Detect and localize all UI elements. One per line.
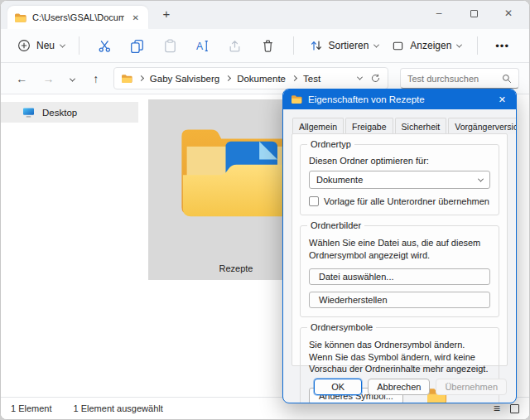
- breadcrumb-item-user[interactable]: Gaby Salvisberg: [150, 74, 219, 84]
- clipboard-icon: [163, 39, 177, 53]
- rename-icon: A: [195, 39, 210, 53]
- scissors-icon: [98, 39, 112, 53]
- search-placeholder: Test durchsuchen: [407, 74, 479, 84]
- delete-button[interactable]: [251, 39, 283, 53]
- group-label: Ordnersymbole: [307, 322, 376, 332]
- explorer-tab[interactable]: C:\Users\GSAL\Documents\Te ✕: [7, 6, 148, 29]
- tab-sicherheit[interactable]: Sicherheit: [395, 118, 447, 134]
- ok-button[interactable]: OK: [314, 379, 362, 395]
- svg-text:A: A: [197, 41, 205, 52]
- search-icon: [502, 74, 512, 84]
- folder-pictures-description: Wählen Sie eine Datei aus, die auf diese…: [309, 237, 490, 262]
- selected-option: Dokumente: [316, 175, 363, 185]
- tab-close-icon[interactable]: ✕: [130, 13, 142, 22]
- up-button[interactable]: ↑: [84, 72, 106, 85]
- forward-button[interactable]: →: [37, 72, 59, 85]
- view-button[interactable]: Anzeigen: [385, 36, 468, 56]
- folder-icons-description: Sie können das Ordnersymbol ändern. Wenn…: [309, 339, 490, 376]
- breadcrumb-item-documents[interactable]: Dokumente: [237, 74, 286, 84]
- view-button-label: Anzeigen: [410, 40, 451, 51]
- minimize-button[interactable]: –: [422, 1, 456, 26]
- folder-item-label: Rezepte: [219, 263, 253, 273]
- copy-icon: [130, 39, 144, 53]
- share-button[interactable]: [219, 39, 251, 53]
- sidebar-item-label: Desktop: [42, 108, 77, 118]
- trash-icon: [261, 39, 275, 53]
- toolbar-separator: [79, 36, 80, 55]
- group-label: Ordnertyp: [307, 139, 354, 149]
- dialog-tab-page: Ordnertyp Diesen Ordner optimieren für: …: [292, 133, 508, 366]
- optimize-label: Diesen Ordner optimieren für:: [309, 156, 490, 166]
- selected-count: 1 Element ausgewählt: [74, 403, 163, 413]
- folder-icon: [291, 94, 302, 104]
- dialog-title: Eigenschaften von Rezepte: [308, 94, 425, 104]
- search-input[interactable]: Test durchsuchen: [400, 68, 519, 89]
- chevron-down-icon: [373, 41, 379, 47]
- back-button[interactable]: ←: [11, 72, 32, 85]
- folder-icon: [14, 12, 26, 23]
- dialog-close-button[interactable]: ✕: [496, 94, 508, 105]
- tab-title: C:\Users\GSAL\Documents\Te: [32, 12, 124, 22]
- copy-button[interactable]: [121, 39, 153, 53]
- toolbar-separator: [477, 36, 478, 55]
- close-button[interactable]: ✕: [491, 1, 526, 26]
- new-button[interactable]: Neu: [12, 35, 70, 56]
- checkbox-label: Vorlage für alle Unterordner übernehmen: [324, 196, 489, 206]
- sidebar-item-desktop[interactable]: Desktop: [1, 102, 138, 123]
- restore-button[interactable]: Wiederherstellen: [309, 292, 490, 308]
- optimize-for-select[interactable]: Dokumente: [309, 171, 490, 189]
- folder-icon: [121, 74, 132, 84]
- chevron-down-icon: [456, 41, 462, 47]
- plus-circle-icon: [17, 39, 31, 52]
- rename-button[interactable]: A: [186, 39, 219, 53]
- explorer-window: C:\Users\GSAL\Documents\Te ✕ + – ✕ Neu: [0, 0, 530, 420]
- tab-allgemein[interactable]: Allgemein: [292, 118, 344, 134]
- details-view-icon[interactable]: ≡: [494, 402, 500, 415]
- choose-file-button[interactable]: Datei auswählen...: [309, 268, 490, 285]
- breadcrumb-item-test[interactable]: Test: [303, 74, 320, 84]
- see-more-button[interactable]: •••: [487, 40, 518, 52]
- chevron-down-icon: [60, 41, 65, 47]
- dialog-footer: OK Abbrechen Übernehmen: [314, 379, 507, 395]
- tab-strip: C:\Users\GSAL\Documents\Te ✕ + – ✕: [1, 1, 529, 29]
- recent-locations-button[interactable]: [65, 73, 80, 84]
- tab-vorgaengerversionen[interactable]: Vorgängerversionen: [448, 118, 517, 134]
- view-icon: [392, 40, 404, 52]
- refresh-icon[interactable]: [370, 73, 381, 84]
- sort-button[interactable]: Sortieren: [303, 35, 386, 56]
- dialog-tab-bar: Allgemein Freigabe Sicherheit Vorgängerv…: [292, 116, 517, 134]
- navigation-pane: Desktop: [1, 95, 138, 397]
- toolbar-separator: [293, 36, 294, 55]
- group-label: Ordnerbilder: [307, 220, 364, 230]
- chevron-right-icon: [225, 75, 231, 81]
- maximize-icon: [470, 10, 478, 17]
- share-icon: [228, 39, 242, 53]
- properties-dialog: Eigenschaften von Rezepte ✕ Allgemein Fr…: [282, 89, 517, 403]
- large-icons-view-icon[interactable]: [510, 404, 519, 413]
- tab-freigabe[interactable]: Freigabe: [345, 118, 393, 134]
- cut-button[interactable]: [89, 39, 121, 53]
- item-count: 1 Element: [11, 403, 52, 413]
- chevron-down-icon: [478, 176, 484, 181]
- group-ordnertyp: Ordnertyp Diesen Ordner optimieren für: …: [300, 144, 499, 215]
- chevron-right-icon: [292, 75, 297, 81]
- apply-button[interactable]: Übernehmen: [436, 379, 507, 395]
- group-ordnerbilder: Ordnerbilder Wählen Sie eine Datei aus, …: [300, 225, 499, 317]
- checkbox[interactable]: [309, 196, 319, 206]
- sort-icon: [310, 39, 323, 52]
- chevron-down-icon: [70, 75, 75, 81]
- window-controls: – ✕: [422, 1, 526, 26]
- template-checkbox-row[interactable]: Vorlage für alle Unterordner übernehmen: [309, 196, 490, 206]
- paste-button[interactable]: [154, 39, 186, 53]
- command-bar: Neu A: [1, 29, 529, 63]
- desktop-icon: [22, 107, 35, 118]
- cancel-button[interactable]: Abbrechen: [368, 379, 430, 395]
- address-dropdown-icon[interactable]: [357, 75, 363, 80]
- chevron-right-icon: [138, 75, 144, 81]
- new-button-label: Neu: [36, 40, 55, 51]
- maximize-button[interactable]: [456, 1, 491, 26]
- sort-button-label: Sortieren: [329, 40, 369, 51]
- breadcrumb[interactable]: Gaby Salvisberg Dokumente Test: [113, 67, 388, 89]
- dialog-title-bar[interactable]: Eigenschaften von Rezepte ✕: [283, 89, 516, 109]
- new-tab-button[interactable]: +: [158, 7, 175, 21]
